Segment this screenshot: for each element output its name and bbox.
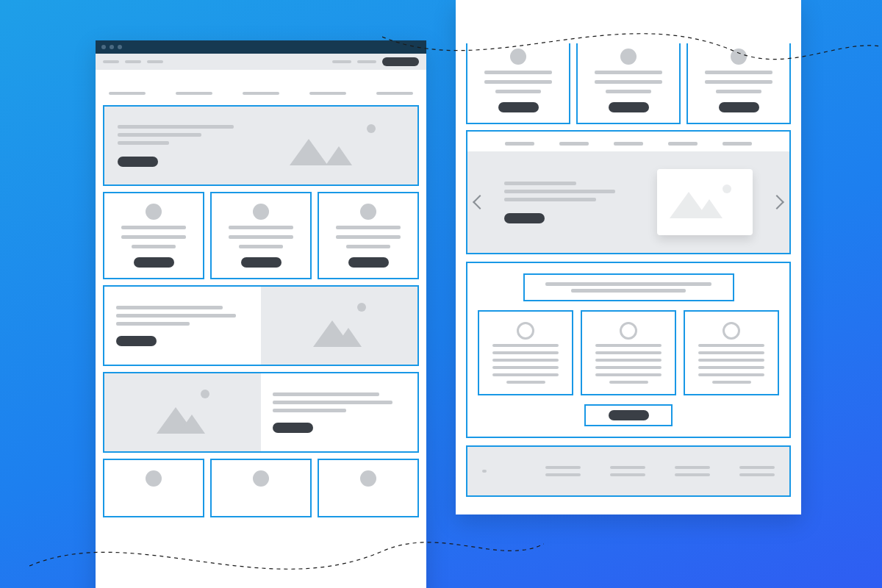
text-line: [484, 80, 551, 84]
text-line: [492, 366, 559, 369]
text-line: [705, 80, 772, 84]
avatar-icon: [510, 49, 526, 65]
carousel-tab[interactable]: [559, 142, 589, 146]
text-line: [698, 373, 764, 376]
text-line: [595, 80, 662, 84]
text-line: [705, 71, 772, 74]
text-line: [504, 190, 615, 193]
avatar-icon: [253, 204, 269, 220]
text-line: [675, 473, 710, 476]
card-button[interactable]: [719, 102, 759, 112]
section-cta-button[interactable]: [609, 410, 649, 420]
text-line: [571, 289, 686, 293]
carousel-tab[interactable]: [723, 142, 752, 146]
section-cta-box[interactable]: [584, 404, 673, 426]
carousel-tab[interactable]: [505, 142, 534, 146]
text-line: [698, 344, 764, 347]
nav-tab[interactable]: [243, 92, 279, 95]
text-line: [545, 466, 581, 469]
text-line: [121, 235, 186, 239]
carousel-image-card: [657, 169, 753, 235]
avatar-ring-icon: [723, 322, 740, 340]
split-text: [104, 287, 261, 365]
feature-card[interactable]: [318, 459, 419, 517]
avatar-icon: [146, 470, 162, 487]
text-line: [739, 466, 775, 469]
team-card[interactable]: [581, 310, 676, 395]
text-line: [698, 366, 764, 369]
text-line: [273, 392, 379, 396]
text-line: [132, 245, 176, 248]
avatar-icon: [360, 204, 376, 220]
card-button[interactable]: [609, 102, 649, 112]
text-line: [116, 306, 223, 309]
feature-card[interactable]: [576, 37, 681, 124]
image-placeholder-icon: [104, 373, 261, 451]
window-dot-icon: [118, 45, 122, 49]
section-heading-box: [523, 273, 734, 301]
carousel-tab[interactable]: [668, 142, 698, 146]
team-card-row: [478, 310, 779, 395]
feature-card[interactable]: [686, 37, 791, 124]
image-placeholder-icon: [262, 120, 405, 171]
avatar-icon: [253, 470, 269, 487]
split-button[interactable]: [273, 423, 313, 433]
avatar-ring-icon: [620, 322, 637, 340]
footer-logo-stub: [482, 470, 487, 473]
header-cta-button[interactable]: [382, 57, 419, 66]
text-line: [229, 226, 293, 229]
nav-tab[interactable]: [376, 92, 413, 95]
carousel-tab[interactable]: [614, 142, 643, 146]
card-button[interactable]: [134, 257, 174, 268]
text-line: [716, 90, 762, 93]
text-line: [273, 401, 392, 404]
browser-toolbar: [96, 54, 426, 70]
split-button[interactable]: [116, 336, 157, 346]
feature-card[interactable]: [103, 459, 204, 517]
footer: [466, 445, 791, 497]
split-text: [261, 373, 417, 451]
text-line: [495, 90, 542, 93]
text-line: [675, 466, 710, 469]
card-button[interactable]: [348, 257, 389, 268]
nav-tab[interactable]: [176, 92, 212, 95]
torn-edge-bottom-icon: [96, 556, 426, 588]
nav-tab[interactable]: [109, 92, 146, 95]
image-placeholder-icon: [261, 287, 417, 365]
chevron-left-icon[interactable]: [473, 195, 487, 209]
nav-stub: [357, 60, 376, 63]
avatar-icon: [360, 470, 376, 487]
text-line: [698, 351, 764, 354]
avatar-ring-icon: [517, 322, 534, 340]
feature-card[interactable]: [103, 192, 204, 279]
text-line: [504, 198, 596, 201]
feature-card[interactable]: [466, 37, 570, 124]
carousel-tabs: [467, 132, 789, 151]
text-line: [336, 235, 401, 239]
team-card[interactable]: [478, 310, 573, 395]
feature-card[interactable]: [210, 459, 312, 517]
text-line: [118, 133, 201, 137]
continued-card-row: [466, 37, 791, 124]
team-card[interactable]: [684, 310, 779, 395]
feature-card[interactable]: [318, 192, 419, 279]
feature-card[interactable]: [210, 192, 312, 279]
text-line: [545, 282, 711, 286]
nav-stub: [147, 60, 163, 63]
card-button[interactable]: [241, 257, 282, 268]
text-line: [239, 245, 284, 248]
text-line: [118, 141, 169, 145]
nav-tab[interactable]: [309, 92, 346, 95]
torn-edge-top-icon: [456, 0, 801, 43]
chevron-right-icon[interactable]: [770, 195, 784, 209]
text-line: [595, 373, 662, 376]
browser-titlebar: [96, 40, 426, 54]
card-button[interactable]: [498, 102, 539, 112]
nav-stub: [332, 60, 351, 63]
hero-button[interactable]: [118, 157, 158, 167]
carousel-button[interactable]: [504, 213, 545, 223]
text-line: [492, 373, 559, 376]
text-line: [229, 235, 293, 239]
nav-stub: [125, 60, 141, 63]
text-line: [118, 125, 234, 129]
